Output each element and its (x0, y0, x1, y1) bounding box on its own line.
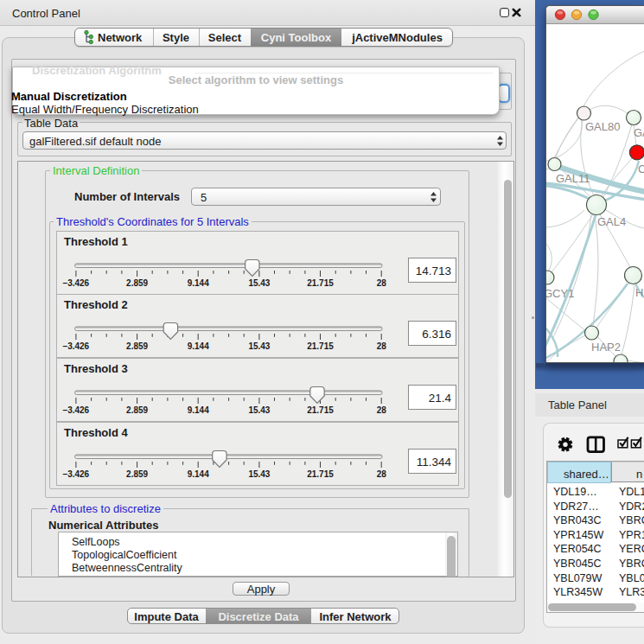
svg-text:28: 28 (377, 405, 387, 415)
svg-text:2.859: 2.859 (126, 278, 148, 288)
svg-text:9.144: 9.144 (188, 341, 209, 351)
svg-text:2.859: 2.859 (126, 405, 148, 415)
svg-text:GAL80: GAL80 (585, 120, 620, 133)
svg-text:HAP2: HAP2 (591, 341, 621, 354)
svg-text:GAL11: GAL11 (556, 172, 590, 185)
svg-text:–3.426: –3.426 (63, 341, 90, 351)
svg-text:21.715: 21.715 (307, 278, 334, 288)
svg-text:–3.426: –3.426 (63, 278, 90, 288)
svg-text:9.144: 9.144 (188, 469, 209, 479)
svg-text:–3.426: –3.426 (63, 469, 90, 479)
svg-text:GAL4: GAL4 (597, 215, 626, 228)
svg-text:GCY1: GCY1 (546, 287, 574, 300)
svg-text:2.859: 2.859 (126, 469, 148, 479)
svg-text:2.859: 2.859 (126, 341, 148, 351)
svg-text:15.43: 15.43 (248, 405, 270, 415)
svg-text:–3.426: –3.426 (63, 405, 90, 415)
svg-text:21.715: 21.715 (307, 405, 334, 415)
svg-text:28: 28 (377, 278, 387, 288)
svg-text:28: 28 (377, 341, 387, 351)
svg-text:H: H (635, 286, 643, 299)
svg-text:GA: GA (634, 126, 644, 139)
svg-text:21.715: 21.715 (307, 469, 334, 479)
svg-text:28: 28 (377, 469, 387, 479)
svg-text:9.144: 9.144 (188, 405, 209, 415)
svg-text:15.43: 15.43 (248, 341, 270, 351)
svg-text:15.43: 15.43 (248, 278, 270, 288)
svg-text:9.144: 9.144 (188, 278, 209, 288)
svg-text:21.715: 21.715 (307, 341, 334, 351)
svg-text:C: C (638, 163, 644, 175)
svg-text:15.43: 15.43 (248, 469, 270, 479)
